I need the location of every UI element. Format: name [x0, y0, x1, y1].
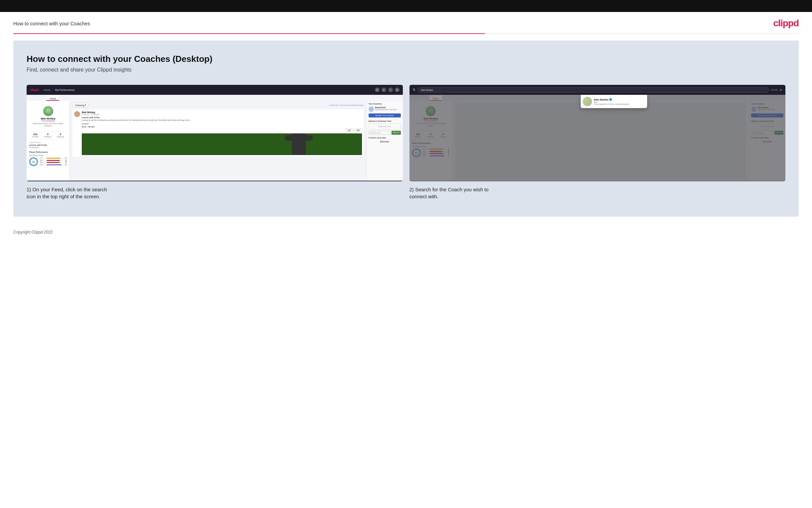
stat-following: 4 Following	[57, 133, 64, 138]
post-text: Looking to feel like my hands are exitin…	[82, 119, 362, 122]
sc-nav-right	[375, 87, 399, 92]
verified-badge	[609, 98, 612, 101]
activity-name: Lesson with Fordy	[29, 144, 67, 146]
svg-point-0	[376, 89, 378, 90]
handicap: Plus Handicap	[29, 120, 67, 122]
result-info: Dan Davies Pro Sunningdale Golf Club, Un…	[594, 98, 629, 105]
svg-line-1	[378, 90, 378, 91]
settings-icon-1	[388, 87, 393, 92]
post-actions: OFF APP	[82, 129, 362, 132]
result-club: Sunningdale Golf Club, United Kingdom	[594, 103, 629, 105]
svg-point-14	[413, 89, 415, 90]
post-author: Blair McHarg	[82, 111, 362, 114]
avatar-icon-1	[395, 87, 399, 92]
search-input[interactable]: Dan Davies	[418, 87, 769, 92]
clear-button[interactable]: CLEAR	[771, 89, 777, 91]
copyright: Copyright Clippd 2022	[13, 230, 53, 235]
svg-point-3	[390, 89, 391, 90]
arccos-brand: Arccos	[369, 140, 401, 143]
page-subheading: Find, connect and share your Clippd insi…	[27, 67, 785, 73]
activity-date: 03 Aug 2022	[29, 146, 67, 149]
user-stats: 131 Activities 3 Followers 4 Following	[29, 131, 67, 139]
manage-coaches-btn[interactable]: Manage Your Coaches	[369, 114, 401, 118]
header-divider	[13, 33, 799, 34]
post-photo	[82, 133, 362, 155]
header: How to connect with your Coaches clippd	[0, 12, 812, 33]
sc-feed-middle: Following ▾ Control who can see your act…	[70, 101, 366, 181]
add-link-btn[interactable]: Add Link	[391, 131, 400, 135]
sc-body-1: Blair McHarg Plus Handicap Royal North D…	[27, 101, 403, 181]
feed-post: Blair McHarg Yesterday · Sunningdale Les…	[73, 110, 364, 157]
following-row: Following ▾ Control who can see your act…	[73, 103, 364, 108]
page-heading: How to connect with your Coaches (Deskto…	[27, 54, 785, 64]
total-quality-label: Total Player Quality	[29, 154, 67, 156]
svg-rect-6	[82, 155, 362, 155]
bar-putt: PUTT 96	[40, 164, 67, 166]
link-row: Trackman Link Add Link	[369, 131, 401, 135]
sc-logo-1: clippd	[30, 88, 39, 91]
bar-app: APP 85	[40, 160, 67, 161]
stat-activities: 131 Activities	[32, 133, 39, 138]
sc-right-coaches: Your Coaches David Ford Royal North Devo…	[366, 101, 403, 181]
username: Blair McHarg	[29, 118, 67, 120]
post-duration: Duration	[82, 123, 362, 125]
caption-2: 2) Search for the Coach you wish to conn…	[410, 186, 786, 200]
svg-rect-9	[285, 135, 313, 141]
user-profile-area: Blair McHarg Plus Handicap Royal North D…	[29, 103, 67, 129]
feed-tab-1[interactable]: Feed	[47, 95, 59, 101]
control-link[interactable]: Control who can see your activity and da…	[329, 104, 364, 106]
post-title: Lesson with Fordy	[82, 117, 362, 119]
coaches-title: Your Coaches	[369, 103, 401, 105]
caption-1: 1) On your Feed, click on the search ico…	[27, 186, 403, 200]
svg-point-2	[383, 89, 384, 90]
off-button[interactable]: OFF	[346, 129, 353, 132]
following-count: 4	[57, 133, 64, 136]
score-circle: 92	[29, 157, 38, 166]
result-name: Dan Davies	[594, 98, 629, 101]
post-duration-value: 01 hr : 30 min	[82, 126, 362, 128]
followers-count: 3	[44, 133, 51, 136]
screenshot-1: clippd Home My Performance	[27, 85, 403, 181]
search-bar[interactable]: Dan Davies CLEAR ✕	[410, 85, 786, 95]
coach-club: Royal North Devon Golf Club	[375, 109, 401, 111]
search-result-item[interactable]: Dan Davies Pro Sunningdale Golf Club, Un…	[583, 97, 645, 106]
screenshot-panel-2: clippd Home My Performance Feed	[410, 85, 786, 200]
footer: Copyright Clippd 2022	[0, 223, 812, 241]
profile-icon-1	[382, 87, 386, 92]
following-button[interactable]: Following ▾	[73, 103, 89, 108]
bar-ott: OTT 90	[40, 157, 67, 159]
top-bar	[0, 0, 812, 12]
sc-nav-myperformance: My Performance	[55, 88, 75, 91]
search-icon-1[interactable]	[375, 87, 380, 92]
score-bars: OTT 90 APP 85	[40, 157, 67, 166]
upload-title: Upload a Trackman Test	[369, 120, 401, 122]
screenshot-panel-1: clippd Home My Performance	[27, 85, 403, 200]
clippd-logo: clippd	[773, 18, 799, 29]
followers-label: Followers	[44, 136, 51, 138]
player-performance: Player Performance Total Player Quality …	[29, 151, 67, 166]
connect-title: Connect your data	[369, 137, 401, 139]
search-icon-bar	[413, 88, 416, 91]
coach-avatar	[369, 107, 374, 112]
search-dropdown: Dan Davies Pro Sunningdale Golf Club, Un…	[581, 95, 647, 108]
link-input[interactable]: Trackman Link	[369, 131, 391, 135]
score-area: 92 OTT 90 APP	[29, 157, 67, 166]
perf-title: Player Performance	[29, 151, 67, 153]
coach-item: David Ford Royal North Devon Golf Club	[369, 107, 401, 112]
stat-followers: 3 Followers	[44, 133, 51, 138]
following-label: Following	[57, 136, 64, 138]
sc-left-1: Blair McHarg Plus Handicap Royal North D…	[27, 101, 70, 181]
screenshot-2: clippd Home My Performance Feed	[410, 85, 786, 181]
sc-navbar-1: clippd Home My Performance	[27, 85, 403, 95]
main-content: How to connect with your Coaches (Deskto…	[13, 41, 799, 217]
svg-rect-5	[82, 133, 362, 155]
post-meta: Yesterday · Sunningdale	[82, 114, 362, 116]
close-search-button[interactable]: ✕	[779, 88, 782, 92]
svg-line-15	[415, 90, 415, 91]
sc-nav-home: Home	[44, 88, 51, 91]
user-club: Royal North Devon Golf Club, United King…	[29, 122, 67, 127]
activities-count: 131	[32, 133, 39, 136]
post-content: Blair McHarg Yesterday · Sunningdale Les…	[82, 111, 362, 155]
app-button[interactable]: APP	[354, 129, 362, 132]
activities-label: Activities	[32, 136, 39, 138]
